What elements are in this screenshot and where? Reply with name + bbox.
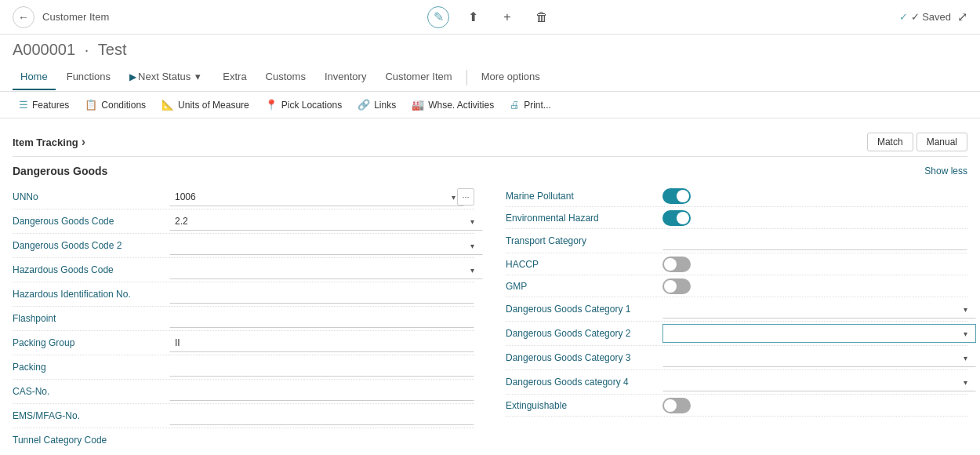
- nav-home[interactable]: Home: [13, 64, 56, 90]
- item-tracking-title[interactable]: Item Tracking ›: [13, 135, 85, 149]
- whse-icon: 🏭: [412, 99, 424, 111]
- sub-conditions-button[interactable]: 📋 Conditions: [78, 96, 152, 114]
- left-field-row-6: Packing Group: [13, 331, 474, 355]
- sub-whse-button[interactable]: 🏭 Whse. Activities: [405, 96, 500, 114]
- next-status-chevron-icon[interactable]: ▾: [192, 71, 204, 82]
- right-toggle-3[interactable]: [662, 257, 691, 272]
- left-field-label-1: Dangerous Goods Code: [13, 216, 169, 227]
- right-field-row-1: Environmental Hazard: [506, 207, 967, 229]
- nav-customs[interactable]: Customs: [258, 64, 314, 90]
- features-icon: ☰: [19, 99, 28, 111]
- print-icon: 🖨: [510, 99, 520, 111]
- left-field-row-1: Dangerous Goods Code2.2▾: [13, 209, 474, 234]
- sub-features-button[interactable]: ☰ Features: [13, 96, 75, 114]
- left-input-9[interactable]: [169, 406, 474, 425]
- left-select-2[interactable]: [169, 236, 483, 255]
- left-input-7[interactable]: [169, 358, 474, 377]
- sub-links-button[interactable]: 🔗 Links: [351, 96, 402, 114]
- right-field-row-0: Marine Pollutant: [506, 185, 967, 207]
- right-field-label-9: Extinguishable: [506, 400, 662, 411]
- right-field-row-5: Dangerous Goods Category 1▾: [506, 297, 967, 322]
- match-button[interactable]: Match: [867, 133, 913, 151]
- left-field-row-3: Hazardous Goods Code▾: [13, 258, 474, 282]
- right-field-label-3: HACCP: [506, 259, 662, 270]
- right-select-6[interactable]: [662, 324, 976, 343]
- right-field-label-8: Dangerous Goods category 4: [506, 377, 662, 388]
- right-field-label-4: GMP: [506, 281, 662, 292]
- right-field-row-7: Dangerous Goods Category 3▾: [506, 346, 967, 370]
- left-field-row-2: Dangerous Goods Code 2▾: [13, 234, 474, 258]
- left-field-label-9: EMS/MFAG-No.: [13, 410, 169, 421]
- saved-check-icon: ✓: [899, 11, 908, 23]
- left-field-label-0: UNNo: [13, 191, 169, 202]
- right-field-row-2: Transport Category: [506, 229, 967, 253]
- right-select-5[interactable]: [662, 300, 976, 318]
- show-less-button[interactable]: Show less: [924, 166, 967, 177]
- left-field-row-5: Flashpoint: [13, 307, 474, 331]
- left-input-6[interactable]: [169, 333, 474, 352]
- left-field-label-10: Tunnel Category Code: [13, 435, 169, 446]
- back-icon: ←: [18, 11, 29, 24]
- left-input-8[interactable]: [169, 382, 474, 401]
- right-toggle-4[interactable]: [662, 278, 691, 294]
- right-toggle-9[interactable]: [662, 398, 691, 413]
- right-select-7[interactable]: [662, 348, 976, 367]
- edit-button[interactable]: ✎: [427, 6, 449, 28]
- item-tracking-chevron-icon: ›: [82, 135, 85, 149]
- left-field-label-6: Packing Group: [13, 337, 169, 348]
- nav-more-options[interactable]: More options: [474, 64, 548, 90]
- right-field-label-2: Transport Category: [506, 235, 662, 246]
- left-select-0[interactable]: 1006: [169, 187, 464, 206]
- left-input-4[interactable]: [169, 285, 474, 304]
- nav-functions[interactable]: Functions: [59, 64, 118, 90]
- left-field-row-0: UNNo1006▾···: [13, 185, 474, 209]
- dangerous-goods-form: UNNo1006▾···Dangerous Goods Code2.2▾Dang…: [13, 185, 967, 446]
- sub-pick-locations-button[interactable]: 📍 Pick Locations: [259, 96, 348, 114]
- record-title: A000001 · Test: [13, 41, 967, 64]
- manual-button[interactable]: Manual: [916, 133, 967, 151]
- pick-locations-icon: 📍: [265, 99, 278, 111]
- back-button[interactable]: ←: [13, 6, 34, 28]
- left-field-row-8: CAS-No.: [13, 380, 474, 404]
- left-field-label-4: Hazardous Identification No.: [13, 289, 169, 300]
- left-field-row-9: EMS/MFAG-No.: [13, 404, 474, 428]
- share-button[interactable]: ⬆: [462, 6, 484, 28]
- left-field-row-4: Hazardous Identification No.: [13, 282, 474, 307]
- left-field-row-7: Packing: [13, 355, 474, 380]
- add-button[interactable]: +: [496, 6, 518, 28]
- left-input-5[interactable]: [169, 309, 474, 328]
- dangerous-goods-section-header: Dangerous Goods Show less: [13, 165, 967, 177]
- sub-units-button[interactable]: 📐 Units of Measure: [155, 96, 256, 114]
- select-more-btn-0[interactable]: ···: [457, 188, 474, 206]
- conditions-icon: 📋: [85, 99, 97, 111]
- nav-next-status[interactable]: ▶ Next Status ▾: [122, 64, 212, 90]
- left-field-label-3: Hazardous Goods Code: [13, 264, 169, 275]
- left-field-row-10: Tunnel Category Code: [13, 428, 474, 446]
- left-input-10[interactable]: [169, 431, 474, 446]
- right-select-8[interactable]: [662, 373, 976, 391]
- sub-print-button[interactable]: 🖨 Print...: [503, 96, 557, 114]
- left-field-label-8: CAS-No.: [13, 386, 169, 397]
- right-field-label-6: Dangerous Goods Category 2: [506, 328, 662, 339]
- links-icon: 🔗: [358, 99, 370, 111]
- expand-button[interactable]: ⤢: [957, 9, 967, 24]
- units-icon: 📐: [162, 99, 174, 111]
- nav-inventory[interactable]: Inventory: [317, 64, 374, 90]
- left-select-3[interactable]: [169, 260, 483, 279]
- left-select-1[interactable]: 2.2: [169, 212, 483, 231]
- right-toggle-0[interactable]: [662, 188, 691, 204]
- dangerous-goods-title: Dangerous Goods: [13, 165, 107, 177]
- right-field-row-3: HACCP: [506, 253, 967, 275]
- right-field-row-4: GMP: [506, 275, 967, 297]
- right-field-label-1: Environmental Hazard: [506, 213, 662, 224]
- right-field-label-7: Dangerous Goods Category 3: [506, 352, 662, 363]
- right-field-row-8: Dangerous Goods category 4▾: [506, 370, 967, 395]
- nav-extra[interactable]: Extra: [215, 64, 254, 90]
- item-tracking-section: Item Tracking › Match Manual: [13, 128, 967, 157]
- left-field-label-7: Packing: [13, 362, 169, 373]
- right-input-2[interactable]: [662, 231, 967, 250]
- right-toggle-1[interactable]: [662, 210, 691, 226]
- nav-customer-item[interactable]: Customer Item: [377, 64, 459, 90]
- delete-button[interactable]: 🗑: [531, 6, 553, 28]
- right-field-row-6: Dangerous Goods Category 2▾: [506, 322, 967, 346]
